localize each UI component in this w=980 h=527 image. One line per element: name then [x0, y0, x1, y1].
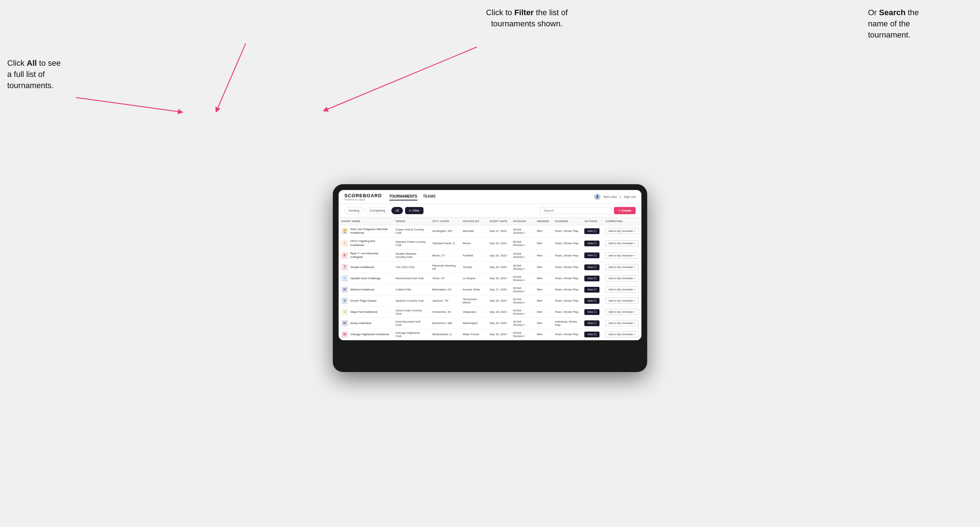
col-start-date: START DATE — [487, 217, 510, 225]
cell-division-1: NCAA Division I — [510, 237, 534, 249]
team-logo-4: ~ — [342, 275, 348, 282]
view-button-3[interactable]: View ⓘ — [584, 264, 600, 270]
cell-venue-1: Olympia Fields Country Club — [393, 237, 430, 249]
view-button-1[interactable]: View ⓘ — [584, 241, 600, 246]
search-input[interactable] — [539, 207, 612, 214]
cell-hosted-0: Marshall — [460, 225, 487, 237]
cell-competing-9: Add to My Schedule + — [602, 329, 641, 340]
cell-event-name-4: ~ Upstate Dual Challenge — [339, 273, 393, 284]
view-button-7[interactable]: View ⓘ — [584, 309, 600, 315]
add-schedule-button-7[interactable]: Add to My Schedule + — [605, 309, 638, 315]
table-row: F Ryan T. Lee Memorial Collegiate Shuttl… — [339, 249, 641, 262]
user-name: Test User — [603, 195, 617, 198]
create-button[interactable]: + Create — [614, 207, 636, 214]
add-schedule-button-5[interactable]: Add to My Schedule + — [605, 286, 638, 292]
cell-venue-4: Ravenwood Golf Club — [393, 273, 430, 284]
cell-hosted-7: Valparaiso — [460, 306, 487, 317]
tablet-frame: SCOREBOARD Powered by clippd TOURNAMENTS… — [333, 184, 647, 372]
view-button-5[interactable]: View ⓘ — [584, 287, 600, 292]
tab-competing[interactable]: Competing — [366, 207, 390, 214]
cell-gender-7: Men — [534, 306, 552, 317]
svg-line-1 — [325, 47, 477, 110]
table-row: 🏆 2023 Joe Feaganes Marshall Invitationa… — [339, 225, 641, 237]
cell-competing-3: Add to My Schedule + — [602, 262, 641, 273]
cell-competing-8: Add to My Schedule + — [602, 317, 641, 329]
col-division: DIVISION — [510, 217, 534, 225]
team-logo-1: I — [342, 240, 348, 247]
add-schedule-button-0[interactable]: Add to My Schedule + — [605, 228, 638, 234]
logo-subtitle: Powered by clippd — [344, 198, 382, 201]
cell-scoring-5: Team, Stroke Play — [552, 284, 582, 295]
cell-gender-2: Men — [534, 249, 552, 262]
cell-city-5: Manhattan, KS — [429, 284, 460, 295]
cell-city-3: Plymouth Meeting, PA — [429, 262, 460, 273]
cell-hosted-4: Le Moyne — [460, 273, 487, 284]
filter-icon: ≡ — [409, 209, 411, 213]
cell-venue-7: Sand Creek Country Club — [393, 306, 430, 317]
cell-actions-9: View ⓘ — [581, 329, 602, 340]
add-schedule-button-4[interactable]: Add to My Schedule + — [605, 275, 638, 281]
cell-date-3: Sep 16, 2023 — [487, 262, 510, 273]
nav-teams[interactable]: TEAMS — [423, 193, 436, 200]
add-schedule-button-2[interactable]: Add to My Schedule + — [605, 252, 638, 259]
view-button-9[interactable]: View ⓘ — [584, 332, 600, 337]
cell-competing-6: Add to My Schedule + — [602, 295, 641, 306]
app-header: SCOREBOARD Powered by clippd TOURNAMENTS… — [339, 190, 641, 204]
cell-event-name-3: T Temple Invitational — [339, 262, 393, 273]
team-logo-7: V — [342, 309, 348, 315]
cell-scoring-9: Team, Stroke Play — [552, 329, 582, 340]
filter-button[interactable]: ≡ Filter — [405, 207, 423, 214]
cell-division-7: NCAA Division I — [510, 306, 534, 317]
cell-actions-7: View ⓘ — [581, 306, 602, 317]
sign-out-link[interactable]: Sign out — [624, 195, 636, 198]
add-schedule-button-8[interactable]: Add to My Schedule + — [605, 320, 638, 326]
annotation-all: Click All to seea full list oftournament… — [7, 58, 87, 91]
cell-hosted-6: Tennessee-Martin — [460, 295, 487, 306]
cell-date-5: Sep 17, 2023 — [487, 284, 510, 295]
table-body: 🏆 2023 Joe Feaganes Marshall Invitationa… — [339, 225, 641, 340]
event-name-6: Grover Page Classic — [350, 299, 377, 303]
cell-division-9: NCAA Division I — [510, 329, 534, 340]
cell-date-8: Sep 18, 2023 — [487, 317, 510, 329]
cell-venue-8: Gold Mountain Golf Club — [393, 317, 430, 329]
col-competing: COMPETING — [602, 217, 641, 225]
add-schedule-button-6[interactable]: Add to My Schedule + — [605, 298, 638, 304]
cell-hosted-9: Wake Forest — [460, 329, 487, 340]
add-schedule-button-3[interactable]: Add to My Schedule + — [605, 264, 638, 270]
cell-gender-6: Men — [534, 295, 552, 306]
table-row: W Wildcat Invitational Colbert Hills Man… — [339, 284, 641, 295]
col-actions: ACTIONS — [581, 217, 602, 225]
cell-event-name-8: W Husky Individual — [339, 317, 393, 329]
view-button-8[interactable]: View ⓘ — [584, 321, 600, 326]
cell-scoring-6: Team, Stroke Play — [552, 295, 582, 306]
cell-division-3: NCAA Division I — [510, 262, 534, 273]
cell-event-name-9: W Chicago Highlands Invitational — [339, 329, 393, 340]
tab-hosting[interactable]: Hosting — [344, 207, 364, 214]
table-row: I OFCC Fighting Illini Invitational Olym… — [339, 237, 641, 249]
nav-tournaments[interactable]: TOURNAMENTS — [389, 193, 417, 200]
cell-competing-5: Add to My Schedule + — [602, 284, 641, 295]
cell-venue-9: Chicago Highlands Club — [393, 329, 430, 340]
cell-scoring-7: Team, Stroke Play — [552, 306, 582, 317]
view-button-4[interactable]: View ⓘ — [584, 276, 600, 281]
view-button-6[interactable]: View ⓘ — [584, 298, 600, 304]
cell-date-2: Sep 16, 2023 — [487, 249, 510, 262]
cell-gender-4: Men — [534, 273, 552, 284]
cell-actions-5: View ⓘ — [581, 284, 602, 295]
add-schedule-button-9[interactable]: Add to My Schedule + — [605, 331, 638, 337]
filter-label: Filter — [412, 209, 420, 213]
svg-line-2 — [76, 97, 181, 112]
cell-actions-2: View ⓘ — [581, 249, 602, 262]
cell-event-name-2: F Ryan T. Lee Memorial Collegiate — [339, 249, 393, 262]
cell-scoring-8: Individual, Stroke Play — [552, 317, 582, 329]
add-schedule-button-1[interactable]: Add to My Schedule + — [605, 240, 638, 246]
cell-scoring-1: Team, Stroke Play — [552, 237, 582, 249]
cell-event-name-5: W Wildcat Invitational — [339, 284, 393, 295]
tab-all[interactable]: All — [391, 207, 403, 214]
view-button-2[interactable]: View ⓘ — [584, 252, 600, 258]
col-scoring: SCORING — [552, 217, 582, 225]
view-button-0[interactable]: View ⓘ — [584, 228, 600, 234]
team-logo-6: V — [342, 298, 348, 304]
team-logo-9: W — [342, 331, 348, 338]
cell-actions-3: View ⓘ — [581, 262, 602, 273]
